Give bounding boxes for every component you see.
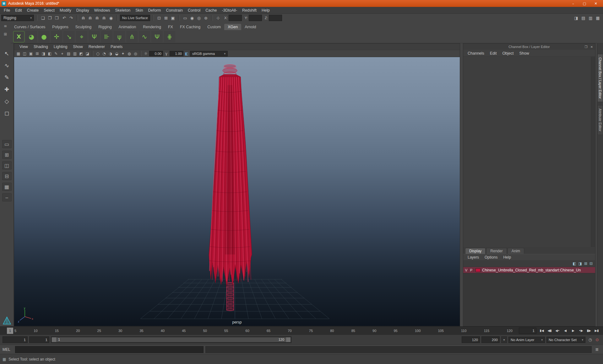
xgen-lock-guides-icon[interactable]: ⊪ bbox=[101, 31, 112, 42]
xgen-comb-icon[interactable]: ⋕ bbox=[164, 31, 175, 42]
layer-tab-item[interactable]: Render bbox=[486, 248, 507, 254]
menu-control[interactable]: Control bbox=[185, 7, 203, 14]
lighting-toggle-icon[interactable]: ◒ bbox=[114, 51, 120, 56]
exposure-field[interactable]: 0.00 bbox=[149, 51, 163, 56]
new-scene-icon[interactable]: ❏ bbox=[40, 15, 46, 21]
xgen-export-selection-icon[interactable]: ↘ bbox=[63, 31, 75, 42]
auto-keyframe-icon[interactable]: ⊙ bbox=[594, 336, 600, 343]
panel-menu-show[interactable]: Show bbox=[70, 45, 86, 49]
shelf-tab-item[interactable]: FX Caching bbox=[177, 24, 204, 30]
shelf-tab-item[interactable]: Arnold bbox=[241, 24, 259, 30]
menu-edit[interactable]: Edit bbox=[13, 7, 24, 14]
motion-blur-toggle-icon[interactable]: ◎ bbox=[133, 51, 139, 56]
close-panel-icon[interactable]: ✕ bbox=[589, 45, 594, 49]
2d-pan-zoom-icon[interactable]: ◧ bbox=[47, 51, 53, 56]
range-start-handle[interactable] bbox=[52, 337, 56, 342]
step-forward-key-button[interactable]: •▶ bbox=[577, 327, 585, 334]
animation-end-field[interactable]: 200 bbox=[481, 336, 500, 343]
float-panel-icon[interactable]: ❐ bbox=[584, 45, 588, 49]
time-slider[interactable]: 1 51015202530354045505560657075808590951… bbox=[0, 326, 603, 335]
sidebar-tab-item[interactable]: Attribute Editor bbox=[597, 105, 603, 135]
construction-history-icon[interactable]: ▣ bbox=[170, 15, 176, 21]
command-input[interactable] bbox=[15, 346, 204, 353]
toggle-modeling-toolkit-icon[interactable]: ◨ bbox=[573, 15, 579, 21]
layer-move-down-icon[interactable]: ◨ bbox=[579, 261, 582, 266]
move-tool[interactable]: ✚ bbox=[2, 84, 12, 94]
shelf-tab-item[interactable]: Animation bbox=[115, 24, 140, 30]
animation-start-field[interactable]: 1 bbox=[3, 336, 28, 343]
layer-playback-toggle[interactable]: P bbox=[469, 268, 474, 272]
camera-attributes-icon[interactable]: ▣ bbox=[28, 51, 34, 56]
go-to-end-button[interactable]: ▶▮ bbox=[593, 327, 600, 334]
x-input[interactable] bbox=[229, 15, 242, 21]
xgen-density-icon[interactable]: Ψ bbox=[151, 31, 163, 42]
sidebar-tab-item[interactable]: Channel Box / Layer Editor bbox=[597, 54, 603, 102]
menu-display[interactable]: Display bbox=[74, 7, 92, 14]
xgen-geometry-icon[interactable]: ● bbox=[38, 31, 50, 42]
xgen-create-guide-icon[interactable]: ⌖ bbox=[76, 31, 87, 42]
playback-end-field[interactable]: 120 bbox=[462, 336, 480, 343]
layer-menu-options[interactable]: Options bbox=[482, 255, 500, 260]
toolbox-collapse-button[interactable]: ‒ bbox=[2, 193, 12, 201]
wireframe-mode-icon[interactable]: ○ bbox=[95, 51, 101, 56]
snap-to-grid-icon[interactable]: ⋒ bbox=[80, 15, 87, 21]
xgen-curves-icon[interactable]: ∿ bbox=[139, 31, 150, 42]
layer-move-up-icon[interactable]: ◧ bbox=[573, 261, 576, 266]
z-input[interactable] bbox=[269, 15, 282, 21]
grease-pencil-icon[interactable]: ✎ bbox=[53, 51, 59, 56]
menu-modify[interactable]: Modify bbox=[57, 7, 74, 14]
panel-menu-view[interactable]: View bbox=[17, 45, 31, 49]
menu-deform[interactable]: Deform bbox=[146, 7, 164, 14]
menu-help[interactable]: Help bbox=[259, 7, 272, 14]
field-chart-icon[interactable]: ▥ bbox=[72, 51, 78, 56]
range-slider-track[interactable]: 1 120 bbox=[51, 336, 291, 343]
open-render-view-icon[interactable]: ▭ bbox=[182, 15, 188, 21]
scrollbar-gutter[interactable] bbox=[591, 57, 595, 247]
channelbox-menu-channels[interactable]: Channels bbox=[465, 51, 487, 56]
rotate-tool[interactable]: ◇ bbox=[2, 96, 12, 106]
shelf-tab-item[interactable]: Sculpting bbox=[72, 24, 95, 30]
y-input[interactable] bbox=[249, 15, 262, 21]
channelbox-menu-show[interactable]: Show bbox=[517, 51, 532, 56]
gamma-field[interactable]: 1.00 bbox=[170, 51, 183, 56]
ipr-render-icon[interactable]: ◎ bbox=[196, 15, 202, 21]
view-transform-dropdown[interactable]: sRGB gamma ▾ bbox=[190, 51, 228, 56]
input-connections-icon[interactable]: ⊡ bbox=[156, 15, 162, 21]
layout-single-pane-button[interactable]: ▭ bbox=[2, 140, 12, 148]
bookmark-icon[interactable]: ⊞ bbox=[34, 51, 40, 56]
step-back-key-button[interactable]: ◀• bbox=[554, 327, 561, 334]
gamma-icon[interactable]: γ bbox=[163, 51, 169, 56]
channelbox-menu-edit[interactable]: Edit bbox=[487, 51, 499, 56]
shelf-tab-item[interactable]: FX bbox=[165, 24, 177, 30]
channel-list-area[interactable] bbox=[463, 57, 595, 247]
channelbox-menu-object[interactable]: Object bbox=[500, 51, 516, 56]
make-live-icon[interactable]: ◉ bbox=[108, 15, 114, 21]
maximize-button[interactable]: ▢ bbox=[579, 0, 590, 7]
redo-icon[interactable]: ↷ bbox=[68, 15, 74, 21]
panel-menu-panels[interactable]: Panels bbox=[108, 45, 125, 49]
save-scene-icon[interactable]: ❒ bbox=[53, 15, 60, 21]
safe-title-icon[interactable]: ◪ bbox=[84, 51, 90, 56]
anim-layer-dropdown[interactable]: No Anim Layer ▾ bbox=[508, 337, 545, 343]
xgen-editor-icon[interactable]: X bbox=[13, 31, 24, 42]
render-settings-icon[interactable]: ⊚ bbox=[203, 15, 209, 21]
shelf-tab-item[interactable]: Rendering bbox=[139, 24, 165, 30]
step-back-frame-button[interactable]: ◀▮ bbox=[546, 327, 553, 334]
shelf-tab-item[interactable]: Custom bbox=[204, 24, 224, 30]
live-surface-field[interactable]: No Live Surface bbox=[120, 15, 150, 21]
menu-skin[interactable]: Skin bbox=[133, 7, 145, 14]
snap-to-point-icon[interactable]: ⋒ bbox=[94, 15, 100, 21]
go-to-start-button[interactable]: ▮◀ bbox=[538, 327, 546, 334]
isolate-select-icon[interactable]: ▤ bbox=[66, 51, 72, 56]
snapshot-icon[interactable]: ⌖ bbox=[59, 51, 65, 56]
layer-list[interactable]: V P Chinese_Umbrella_Closed_Red_mb_stand… bbox=[463, 267, 595, 326]
create-layer-from-selected-icon[interactable]: ⊟ bbox=[589, 261, 593, 266]
paint-select-tool[interactable]: ✎ bbox=[2, 72, 12, 82]
shelf-gear-icon[interactable]: ⊞ bbox=[4, 32, 7, 36]
snap-to-plane-icon[interactable]: ⋒ bbox=[101, 15, 107, 21]
safe-action-icon[interactable]: ◩ bbox=[78, 51, 84, 56]
command-language-toggle[interactable]: MEL bbox=[3, 347, 13, 352]
menu-select[interactable]: Select bbox=[41, 7, 57, 14]
shelf-tab-item[interactable]: Polygons bbox=[49, 24, 72, 30]
coordinate-mode-icon[interactable]: ⊹ bbox=[215, 15, 221, 21]
